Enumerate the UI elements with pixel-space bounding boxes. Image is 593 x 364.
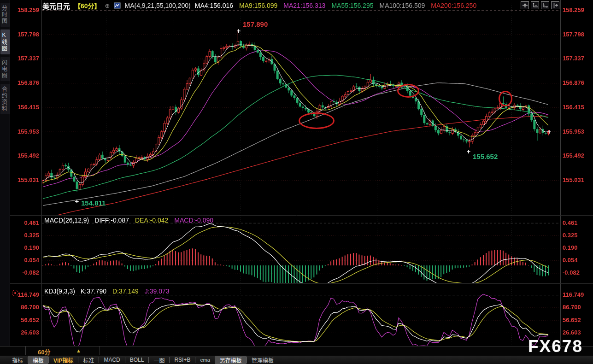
macd-values-group: DIFF:-0.087DEA:-0.042MACD:-0.090	[94, 217, 213, 224]
mini-chart-icon	[114, 2, 121, 9]
price-axis-label: 155.492	[563, 153, 584, 159]
macd-value-label: DIFF:-0.087	[94, 217, 129, 224]
chart-tool-icons	[521, 1, 559, 9]
price-axis-label: 26.603	[563, 329, 581, 336]
kdj-panel-header: KDJ(9,3,3) K:37.790D:37.149J:39.073	[44, 288, 170, 295]
ma-settings-label: MA(4,9,21,55,100,200)	[125, 2, 191, 9]
price-axis-label: 155.953	[12, 129, 39, 135]
price-axis-label: 155.031	[563, 177, 584, 183]
price-axis-label: 157.798	[12, 31, 39, 38]
divider	[100, 346, 100, 355]
y-axis-zoom-icon[interactable]	[531, 1, 539, 9]
sidebar-item-0[interactable]: 分时图	[0, 3, 10, 27]
tab-macd[interactable]: MACD	[99, 356, 124, 364]
chart-application: 分时图K线图闪电图合约资料 美元日元 【60分】 ⊕ MA(4,9,21,55,…	[0, 0, 593, 364]
x-axis-zoom-icon[interactable]	[541, 1, 549, 9]
macd-panel-header: MACD(26,12,9) DIFF:-0.087DEA:-0.042MACD:…	[44, 217, 213, 224]
crosshair-marker: +	[467, 148, 471, 155]
crosshair-marker: +	[237, 27, 241, 34]
tab-ema[interactable]: ema	[195, 357, 214, 363]
ma-value-label: MA100:156.509	[379, 2, 425, 9]
tab-vip-indicators[interactable]: VIP指标	[49, 356, 78, 364]
price-axis-label: 156.415	[12, 104, 39, 111]
ma-value-label: MA9:156.099	[239, 2, 277, 9]
chart-type-sidebar: 分时图K线图闪电图合约资料	[0, 0, 10, 350]
price-axis-label: 0.461	[12, 220, 39, 226]
price-axis-label: 157.337	[12, 55, 39, 62]
highlight-ellipse-annotation	[397, 84, 419, 98]
price-axis-label: 0.461	[563, 220, 578, 226]
highlight-ellipse-annotation	[299, 112, 335, 129]
symbol-title: 美元日元	[42, 1, 70, 11]
price-axis-label: 116.749	[563, 292, 584, 298]
price-axis-label: 86.700	[563, 304, 581, 311]
price-axis-label: 158.259	[12, 7, 39, 13]
price-axis-label: 56.652	[12, 317, 39, 323]
extreme-price-label: 154.811	[81, 199, 106, 207]
price-axis-label: 156.415	[563, 104, 584, 111]
price-axis-label: 56.652	[563, 317, 581, 323]
bottom-toolbar: 指标模板VIP指标标准MACDBOLL一图RSI+Bema另存模板管理模板	[0, 356, 593, 364]
price-axis-label: -0.082	[12, 270, 39, 276]
tab-save-template[interactable]: 另存模板	[215, 356, 247, 364]
highlight-ellipse-annotation	[499, 91, 512, 106]
kdj-indicator-label: KDJ(9,3,3)	[44, 288, 75, 295]
drawing-anchor-icon[interactable]	[12, 290, 18, 296]
price-axis-label: 157.798	[563, 31, 584, 38]
price-axis-label: 26.603	[12, 329, 39, 336]
kdj-value-label: K:37.790	[81, 288, 106, 295]
macd-value-label: MACD:-0.090	[174, 217, 213, 224]
price-axis-label: 158.259	[563, 7, 584, 13]
tab-rsi-b[interactable]: RSI+B	[170, 356, 195, 364]
tab-standard[interactable]: 标准	[78, 356, 99, 364]
extreme-price-label: 157.890	[243, 20, 268, 28]
ma-values-group: MA4:156.016MA9:156.099MA21:156.313MA55:1…	[195, 2, 476, 9]
price-axis-label: 155.031	[12, 177, 39, 183]
price-axis-label: 0.325	[563, 232, 578, 239]
price-axis-label: 0.054	[12, 257, 39, 264]
price-axis-label: 0.325	[12, 232, 39, 239]
settings-circle-icon[interactable]: ⊕	[105, 2, 110, 9]
exit-restore-icon[interactable]	[551, 1, 559, 9]
kdj-value-label: D:37.149	[112, 288, 139, 295]
tab-manage-template[interactable]: 管理模板	[247, 356, 278, 364]
sidebar-item-1[interactable]: K线图	[0, 29, 10, 54]
crosshair-marker: +	[75, 198, 79, 205]
tab-one-chart[interactable]: 一图	[149, 356, 169, 364]
macd-value-label: DEA:-0.042	[135, 217, 168, 224]
price-axis-label: 157.337	[563, 55, 584, 62]
current-period-label[interactable]: 60分	[38, 347, 50, 356]
tab-boll[interactable]: BOLL	[125, 356, 149, 364]
price-axis-label: 156.876	[12, 80, 39, 86]
chart-header: 美元日元 【60分】 ⊕ MA(4,9,21,55,100,200) MA4:1…	[42, 1, 476, 10]
date-axis-row	[0, 346, 593, 356]
period-up-triangle-icon[interactable]: ▲	[76, 348, 81, 353]
price-axis-label: 0.054	[563, 257, 578, 264]
sidebar-item-3[interactable]: 合约资料	[0, 84, 10, 114]
price-axis-label: 86.700	[12, 304, 39, 311]
price-chart-canvas[interactable]	[0, 0, 593, 364]
ma-value-label: MA21:156.313	[283, 2, 325, 9]
price-axis-label: 156.876	[563, 80, 584, 86]
price-axis-label: 155.953	[563, 129, 584, 135]
price-axis-label: 0.190	[563, 245, 578, 251]
period-badge: 【60分】	[74, 1, 101, 10]
macd-indicator-label: MACD(26,12,9)	[44, 217, 89, 224]
kdj-values-group: K:37.790D:37.149J:39.073	[81, 288, 170, 295]
price-axis-label: -0.082	[563, 270, 580, 276]
tab-template[interactable]: 模板	[28, 356, 48, 364]
divider	[25, 346, 26, 355]
ma-value-label: MA55:156.295	[331, 2, 373, 9]
ma-value-label: MA4:156.016	[195, 2, 233, 9]
extreme-price-label: 155.652	[473, 153, 498, 160]
price-axis-label: 0.190	[12, 245, 39, 251]
sidebar-item-2[interactable]: 闪电图	[0, 57, 10, 81]
tab-indicators[interactable]: 指标	[7, 356, 28, 364]
kdj-value-label: J:39.073	[145, 288, 170, 295]
price-axis-label: 155.492	[12, 153, 39, 159]
fx678-watermark: FX678	[528, 337, 583, 356]
ma-value-label: MA200:156.250	[431, 2, 476, 9]
crosshair-move-icon[interactable]	[521, 1, 529, 9]
crosshair-marker: +	[547, 128, 552, 135]
